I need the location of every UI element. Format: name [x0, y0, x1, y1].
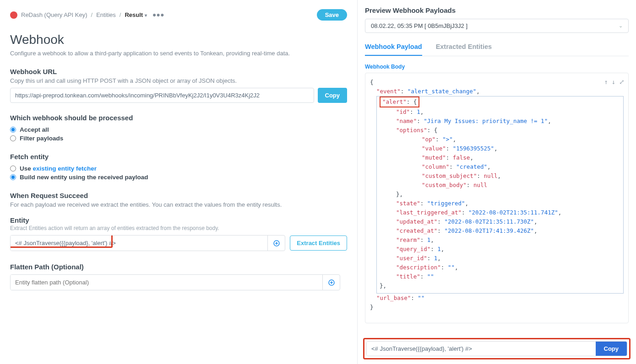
flatten-add-icon[interactable]: [322, 275, 340, 290]
webhook-url-input[interactable]: [10, 88, 314, 103]
process-label: Which webhook should be processed: [10, 114, 347, 122]
json-up-icon[interactable]: ↑: [604, 77, 608, 87]
flatten-input[interactable]: [11, 275, 322, 290]
entity-add-icon[interactable]: [267, 236, 285, 251]
webhook-body-label: Webhook Body: [365, 64, 629, 70]
copy-expression-highlight: Copy: [363, 338, 631, 359]
breadcrumb-sep: /: [120, 11, 121, 18]
entity-sub: Extract Entities action will return an a…: [10, 225, 347, 231]
accept-all-label: Accept all: [20, 126, 49, 133]
breadcrumb-current[interactable]: Result: [125, 11, 147, 18]
page-subtitle: Configure a webhook to allow a third-par…: [10, 50, 347, 57]
filter-payloads-label: Filter payloads: [20, 135, 63, 142]
entity-label: Entity: [10, 216, 347, 224]
breadcrumb-root[interactable]: ReDash (Query API Key): [21, 11, 87, 18]
chevron-down-icon: ⌄: [619, 23, 623, 29]
breadcrumb: ReDash (Query API Key) / Entities / Resu…: [10, 9, 347, 21]
build-entity-radio[interactable]: [10, 174, 16, 180]
breadcrumb-mid[interactable]: Entities: [96, 11, 116, 18]
extract-entities-button[interactable]: Extract Entities: [290, 236, 347, 251]
filter-payloads-radio[interactable]: [10, 135, 16, 141]
breadcrumb-sep: /: [91, 11, 93, 18]
tab-extracted-entities[interactable]: Extracted Entities: [436, 43, 492, 56]
copy-expression-button[interactable]: Copy: [596, 342, 627, 356]
json-down-icon[interactable]: ↓: [612, 77, 615, 87]
payload-select-value: 08.02.22, 05:35 PM [ 0B5mJBjJ3J2 ]: [371, 22, 467, 29]
copy-expression-input[interactable]: [367, 342, 596, 356]
fetch-entity-label: Fetch entity: [10, 153, 347, 161]
json-viewer: ↑ ↓ ⤢ { "event": "alert_state_change", "…: [365, 73, 629, 323]
use-existing-label: Use existing entity fetcher: [20, 165, 97, 172]
app-logo-icon: [10, 11, 17, 19]
build-entity-label: Build new entity using the received payl…: [20, 174, 148, 181]
entity-input[interactable]: [11, 236, 267, 251]
copy-url-button[interactable]: Copy: [318, 88, 348, 103]
json-expand-icon[interactable]: ⤢: [619, 77, 625, 87]
webhook-url-label: Webhook URL: [10, 68, 347, 75]
flatten-label: Flatten Path (Optional): [10, 263, 347, 271]
save-button[interactable]: Save: [317, 9, 347, 21]
webhook-url-help: Copy this url and call using HTTP POST w…: [10, 77, 347, 84]
succeed-label: When Request Succeed: [10, 192, 347, 199]
use-existing-radio[interactable]: [10, 166, 16, 171]
preview-title: Preview Webhook Payloads: [365, 6, 629, 14]
existing-fetcher-link[interactable]: existing entity fetcher: [33, 165, 97, 172]
page-title: Webhook: [10, 32, 347, 47]
accept-all-radio[interactable]: [10, 127, 16, 133]
tab-webhook-payload[interactable]: Webhook Payload: [365, 43, 422, 56]
payload-select[interactable]: 08.02.22, 05:35 PM [ 0B5mJBjJ3J2 ] ⌄: [365, 19, 629, 33]
succeed-help: For each payload we received we extract …: [10, 201, 347, 208]
